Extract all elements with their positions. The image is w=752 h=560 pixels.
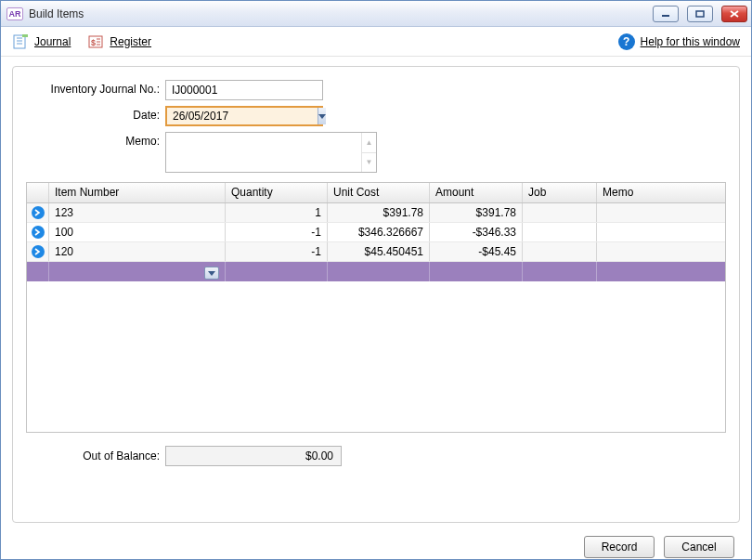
date-input[interactable] [167, 108, 318, 124]
grid-header-cost[interactable]: Unit Cost [328, 183, 430, 202]
journal-button[interactable]: Journal [12, 33, 71, 50]
maximize-button[interactable] [687, 6, 713, 22]
cell-amount[interactable]: -$45.45 [430, 242, 523, 261]
grid-header-item[interactable]: Item Number [49, 183, 226, 202]
cell-amount[interactable]: -$346.33 [430, 223, 523, 241]
cell-memo[interactable] [597, 203, 725, 222]
cell-amount[interactable]: $391.78 [430, 203, 523, 222]
cell-cost[interactable]: $391.78 [328, 203, 430, 222]
date-label: Date: [26, 106, 165, 122]
minimize-button[interactable] [653, 6, 679, 22]
table-row[interactable]: 1231$391.78$391.78 [27, 203, 725, 223]
register-button[interactable]: $ Register [87, 33, 151, 50]
record-button[interactable]: Record [584, 536, 655, 558]
cancel-button[interactable]: Cancel [664, 536, 734, 558]
table-row[interactable]: 120-1$45.450451-$45.45 [27, 242, 725, 262]
items-grid: Item Number Quantity Unit Cost Amount Jo… [26, 182, 726, 433]
new-item-cell[interactable] [49, 262, 226, 281]
cell-memo[interactable] [597, 223, 725, 241]
cell-item[interactable]: 120 [49, 242, 226, 261]
out-of-balance-label: Out of Balance: [26, 449, 165, 462]
help-label: Help for this window [641, 35, 740, 48]
window-titlebar: AR Build Items [1, 1, 751, 27]
svg-rect-4 [14, 35, 25, 48]
grid-header-memo[interactable]: Memo [597, 183, 725, 202]
memo-spin-up[interactable]: ▲ [362, 133, 376, 153]
close-button[interactable] [721, 6, 747, 22]
cell-qty[interactable]: 1 [226, 203, 328, 222]
grid-header-qty[interactable]: Quantity [226, 183, 328, 202]
cell-job[interactable] [523, 223, 597, 241]
grid-header-job[interactable]: Job [523, 183, 597, 202]
cell-item[interactable]: 100 [49, 223, 226, 241]
memo-field[interactable]: ▲ ▼ [165, 132, 377, 173]
svg-text:$: $ [91, 38, 96, 47]
table-row[interactable]: 100-1$346.326667-$346.33 [27, 223, 725, 242]
register-icon: $ [87, 33, 104, 50]
grid-body: 1231$391.78$391.78100-1$346.326667-$346.… [27, 203, 725, 281]
cell-cost[interactable]: $346.326667 [328, 223, 430, 241]
help-icon: ? [618, 33, 635, 50]
cell-job[interactable] [523, 242, 597, 261]
help-link[interactable]: ? Help for this window [618, 33, 740, 50]
memo-spin-down[interactable]: ▼ [362, 153, 376, 173]
memo-label: Memo: [26, 132, 165, 148]
chevron-down-icon [208, 271, 215, 276]
window-title: Build Items [29, 7, 84, 20]
grid-header-icon [27, 183, 49, 202]
row-arrow-icon[interactable] [32, 206, 45, 219]
cell-qty[interactable]: -1 [226, 242, 328, 261]
grid-header-amount[interactable]: Amount [430, 183, 523, 202]
toolbar: Journal $ Register ? Help for this windo… [1, 27, 751, 57]
journal-label: Journal [34, 35, 71, 48]
journal-icon [12, 33, 29, 50]
cell-memo[interactable] [597, 242, 725, 261]
new-row[interactable] [27, 262, 725, 281]
register-label: Register [110, 35, 151, 48]
date-field[interactable] [165, 106, 323, 126]
row-arrow-icon[interactable] [32, 226, 45, 239]
app-badge-icon: AR [6, 7, 23, 20]
inventory-journal-label: Inventory Journal No.: [26, 80, 165, 96]
svg-rect-8 [22, 34, 28, 37]
out-of-balance-value: $0.00 [165, 446, 342, 466]
row-arrow-icon[interactable] [32, 245, 45, 258]
cell-item[interactable]: 123 [49, 203, 226, 222]
memo-textarea[interactable] [166, 133, 361, 172]
footer: Record Cancel [1, 530, 751, 558]
svg-rect-1 [696, 11, 704, 17]
cell-qty[interactable]: -1 [226, 223, 328, 241]
chevron-down-icon [318, 114, 326, 119]
grid-header: Item Number Quantity Unit Cost Amount Jo… [27, 183, 725, 203]
content-panel: Inventory Journal No.: Date: Memo: ▲ ▼ I… [12, 66, 740, 523]
date-dropdown-button[interactable] [318, 108, 326, 124]
cell-job[interactable] [523, 203, 597, 222]
item-dropdown-button[interactable] [204, 267, 219, 280]
cell-cost[interactable]: $45.450451 [328, 242, 430, 261]
inventory-journal-input[interactable] [165, 80, 323, 100]
